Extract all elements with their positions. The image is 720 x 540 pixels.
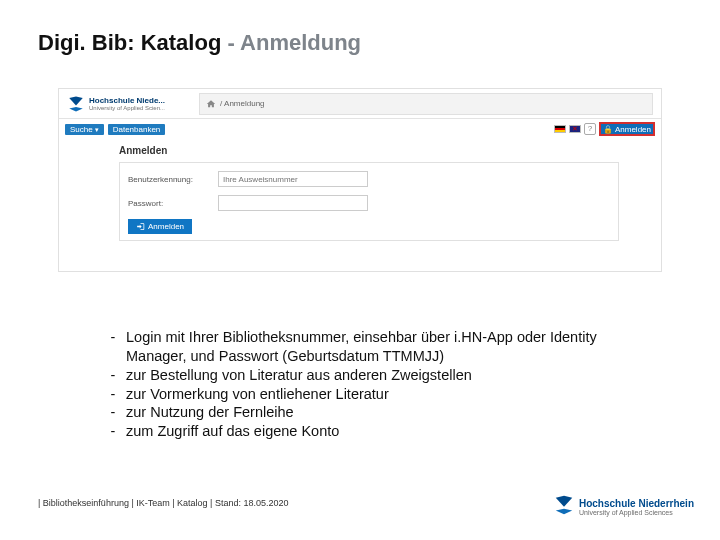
slide-title: Digi. Bib: Katalog - Anmeldung xyxy=(38,30,361,56)
login-form: Benutzerkennung: Passwort: Anmelden xyxy=(119,162,619,241)
breadcrumb: / Anmeldung xyxy=(199,93,653,115)
tab-databases[interactable]: Datenbanken xyxy=(108,124,166,135)
footer-line: | Bibliothekseinführung | IK-Team | Kata… xyxy=(38,498,289,508)
home-icon[interactable] xyxy=(206,99,216,109)
breadcrumb-text: / Anmeldung xyxy=(220,99,264,108)
lock-icon: 🔒 xyxy=(603,125,613,134)
flag-uk-icon[interactable] xyxy=(569,125,581,133)
password-input[interactable] xyxy=(218,195,368,211)
submit-login-label: Anmelden xyxy=(148,222,184,231)
tab-bar: Suche Datenbanken ? 🔒 Anmelden xyxy=(59,119,661,139)
bullet-dash: - xyxy=(100,366,126,385)
user-label: Benutzerkennung: xyxy=(128,175,218,184)
login-panel: Anmelden Benutzerkennung: Passwort: Anme… xyxy=(59,139,661,251)
bullet-dash: - xyxy=(100,385,126,404)
bullet-text: zum Zugriff auf das eigene Konto xyxy=(126,422,640,441)
bullet-list: -Login mit Ihrer Bibliotheksnummer, eins… xyxy=(100,328,640,441)
login-screenshot: Hochschule Niede... University of Applie… xyxy=(58,88,662,272)
tab-search-label: Suche xyxy=(70,125,93,134)
footer-logo-line2: University of Applied Sciences xyxy=(579,509,694,516)
footer-logo-line1: Hochschule Niederrhein xyxy=(579,499,694,509)
footer-logo-icon xyxy=(553,494,575,520)
title-sep: - xyxy=(221,30,240,55)
app-logo-line1: Hochschule Niede... xyxy=(89,97,165,105)
tab-search[interactable]: Suche xyxy=(65,124,104,135)
help-icon[interactable]: ? xyxy=(584,123,596,135)
bullet-text: zur Vormerkung von entliehener Literatur xyxy=(126,385,640,404)
tab-databases-label: Datenbanken xyxy=(113,125,161,134)
password-label: Passwort: xyxy=(128,199,218,208)
bullet-text: zur Nutzung der Fernleihe xyxy=(126,403,640,422)
bullet-dash: - xyxy=(100,403,126,422)
anmelden-link-label: Anmelden xyxy=(615,125,651,134)
bullet-text: Login mit Ihrer Bibliotheksnummer, einse… xyxy=(126,328,640,366)
bullet-dash: - xyxy=(100,328,126,366)
app-header: Hochschule Niede... University of Applie… xyxy=(59,89,661,119)
app-logo-icon xyxy=(67,95,85,113)
title-main: Digi. Bib: Katalog xyxy=(38,30,221,55)
chevron-down-icon xyxy=(95,125,99,134)
title-sub: Anmeldung xyxy=(240,30,361,55)
login-panel-title: Anmelden xyxy=(119,145,651,156)
bullet-text: zur Bestellung von Literatur aus anderen… xyxy=(126,366,640,385)
login-arrow-icon xyxy=(136,222,145,231)
footer-logo: Hochschule Niederrhein University of App… xyxy=(553,494,694,520)
user-input[interactable] xyxy=(218,171,368,187)
flag-de-icon[interactable] xyxy=(554,125,566,133)
app-logo-text: Hochschule Niede... University of Applie… xyxy=(89,97,165,111)
bullet-dash: - xyxy=(100,422,126,441)
app-logo-line2: University of Applied Scien... xyxy=(89,105,165,111)
anmelden-link[interactable]: 🔒 Anmelden xyxy=(599,122,655,136)
submit-login-button[interactable]: Anmelden xyxy=(128,219,192,234)
